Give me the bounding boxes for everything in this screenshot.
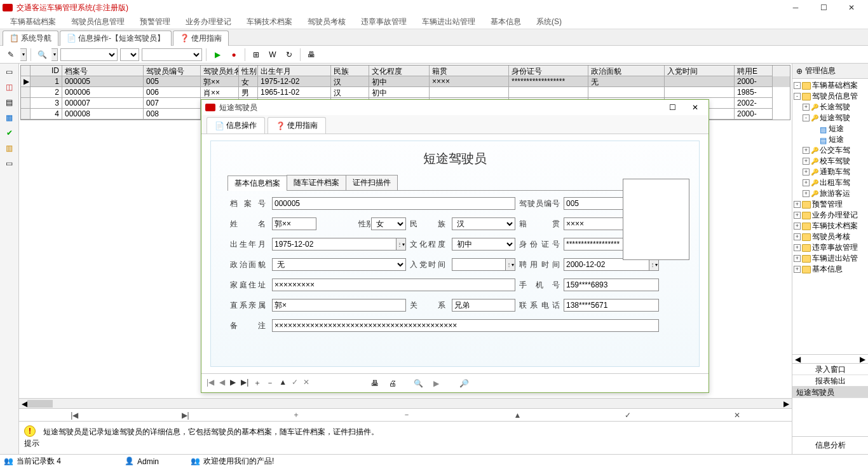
print-icon[interactable]: 🖶 bbox=[304, 48, 318, 62]
tab-system-nav[interactable]: 📋系统导航 bbox=[3, 31, 58, 46]
find-icon[interactable]: 🔎 bbox=[457, 376, 471, 390]
preview-icon[interactable]: 🔍 bbox=[411, 376, 425, 390]
rel-field[interactable] bbox=[452, 299, 515, 312]
dob-field[interactable] bbox=[272, 238, 396, 251]
horizontal-scrollbar[interactable]: ◀▶ bbox=[19, 398, 792, 408]
file-no-field[interactable] bbox=[272, 197, 515, 210]
nav-add[interactable]: ＋ bbox=[292, 410, 300, 420]
filter-field-1[interactable] bbox=[60, 48, 118, 61]
dialog-close-icon[interactable]: ✕ bbox=[686, 101, 705, 114]
nav-first[interactable]: |◀ bbox=[71, 411, 78, 420]
tree-node[interactable]: -🔑短途驾驶 bbox=[794, 113, 868, 123]
sidebar-btn-6[interactable]: ▥ bbox=[3, 142, 16, 154]
search-dropdown[interactable]: ▾ bbox=[51, 48, 58, 61]
menu-station[interactable]: 车辆进出站管理 bbox=[414, 15, 483, 29]
tree-node[interactable]: +🔑通勤车驾 bbox=[794, 167, 868, 177]
menu-system[interactable]: 系统(S) bbox=[529, 15, 569, 29]
dialog-tab-guide[interactable]: ❓使用指南 bbox=[268, 117, 326, 134]
pol-select[interactable]: 无 bbox=[272, 258, 406, 271]
tree-node[interactable]: +违章事故管理 bbox=[794, 242, 868, 253]
photo-box[interactable] bbox=[623, 179, 689, 260]
dialog-tab-info[interactable]: 📄信息操作 bbox=[207, 117, 265, 134]
menu-warning[interactable]: 预警管理 bbox=[132, 15, 178, 29]
menu-violation[interactable]: 违章事故管理 bbox=[353, 15, 414, 29]
tree-node[interactable]: +基本信息 bbox=[794, 264, 868, 275]
printer-setup-icon[interactable]: 🖨 bbox=[386, 376, 400, 390]
print-icon[interactable]: 🖶 bbox=[368, 376, 382, 390]
party-picker-icon[interactable]: ⋮▾ bbox=[505, 258, 515, 271]
rb-footer[interactable]: 信息分析 bbox=[792, 436, 868, 454]
rb-report[interactable]: 报表输出 bbox=[792, 375, 868, 387]
dnav-next[interactable]: ▶ bbox=[230, 378, 236, 389]
tree-node[interactable]: +业务办理登记 bbox=[794, 210, 868, 221]
dob-picker-icon[interactable]: ⋮▾ bbox=[396, 238, 406, 251]
remark-field[interactable] bbox=[272, 319, 659, 332]
sex-select[interactable]: 女 bbox=[371, 217, 406, 230]
search-icon[interactable]: 🔍 bbox=[35, 48, 49, 62]
dnav-del[interactable]: － bbox=[266, 378, 274, 389]
menu-tech-archives[interactable]: 车辆技术档案 bbox=[239, 15, 300, 29]
tree-node[interactable]: +车辆进出站管 bbox=[794, 253, 868, 264]
menu-business[interactable]: 业务办理登记 bbox=[178, 15, 239, 29]
dnav-first[interactable]: |◀ bbox=[207, 378, 214, 389]
sidebar-btn-5[interactable]: ✔ bbox=[3, 127, 16, 139]
dnav-edit[interactable]: ▲ bbox=[279, 378, 287, 389]
nav-edit[interactable]: ▲ bbox=[513, 411, 521, 420]
refresh-icon[interactable]: ↻ bbox=[282, 48, 296, 62]
mobile-field[interactable] bbox=[564, 279, 659, 291]
hire-field[interactable] bbox=[564, 258, 649, 271]
tree-node[interactable]: -驾驶员信息管 bbox=[794, 91, 868, 102]
table-row[interactable]: ▶1000005005郭××女1975-12-02汉初中××××********… bbox=[21, 76, 790, 87]
name-field[interactable] bbox=[272, 217, 316, 230]
record-icon[interactable]: ● bbox=[227, 48, 241, 62]
party-field[interactable] bbox=[452, 258, 505, 271]
table-row[interactable]: 2000006006肖××男1965-11-02汉初中1985- bbox=[21, 87, 790, 98]
filter-op[interactable] bbox=[120, 48, 139, 61]
menu-vehicle-archives[interactable]: 车辆基础档案 bbox=[3, 15, 64, 29]
word-icon[interactable]: W bbox=[266, 48, 280, 62]
dnav-add[interactable]: ＋ bbox=[254, 378, 261, 389]
tree-hscroll[interactable]: ◀▶ bbox=[792, 354, 868, 363]
tab-guide[interactable]: ❓使用指南 bbox=[173, 31, 229, 46]
sidebar-btn-3[interactable]: ▤ bbox=[3, 97, 16, 108]
tree-node[interactable]: +🔑出租车驾 bbox=[794, 177, 868, 188]
subtab-scan[interactable]: 证件扫描件 bbox=[346, 175, 398, 190]
nav-post[interactable]: ✓ bbox=[625, 411, 631, 420]
dnav-post[interactable]: ✓ bbox=[292, 378, 298, 389]
tree-node[interactable]: ▤短途 bbox=[794, 134, 868, 145]
sidebar-btn-1[interactable]: ▭ bbox=[3, 66, 16, 78]
nav-prevpage[interactable]: ▶| bbox=[182, 411, 189, 420]
menu-basic-info[interactable]: 基本信息 bbox=[483, 15, 529, 29]
tel-field[interactable] bbox=[564, 299, 659, 312]
sidebar-btn-4[interactable]: ▦ bbox=[3, 112, 16, 123]
nation-select[interactable]: 汉 bbox=[452, 217, 515, 230]
minimize-button[interactable]: ─ bbox=[782, 0, 810, 15]
nav-delete[interactable]: － bbox=[403, 410, 410, 420]
subtab-basic[interactable]: 基本信息档案 bbox=[227, 176, 287, 191]
nav-tree[interactable]: -车辆基础档案-驾驶员信息管+🔑长途驾驶-🔑短途驾驶▤短途▤短途+🔑公交车驾+🔑… bbox=[792, 79, 868, 354]
filter-value[interactable] bbox=[142, 48, 202, 61]
edu-select[interactable]: 初中 bbox=[452, 238, 515, 251]
menu-driver-info[interactable]: 驾驶员信息管理 bbox=[64, 15, 132, 29]
tree-node[interactable]: +🔑旅游客运 bbox=[794, 188, 868, 199]
rb-entry[interactable]: 录入窗口 bbox=[792, 364, 868, 375]
nav-cancel[interactable]: ✕ bbox=[734, 411, 740, 420]
tree-node[interactable]: +预警管理 bbox=[794, 199, 868, 210]
tree-node[interactable]: +🔑长途驾驶 bbox=[794, 102, 868, 113]
dnav-prev[interactable]: ◀ bbox=[219, 378, 225, 389]
tree-node[interactable]: ▤短途 bbox=[794, 123, 868, 134]
tab-info-op[interactable]: 📄信息操作-【短途驾驶员】 bbox=[60, 31, 172, 46]
subtab-cert[interactable]: 随车证件档案 bbox=[287, 175, 346, 190]
tree-node[interactable]: +驾驶员考核 bbox=[794, 231, 868, 242]
dnav-last[interactable]: ▶| bbox=[241, 378, 248, 389]
seek-icon[interactable]: ▶ bbox=[429, 376, 443, 390]
tree-node[interactable]: +车辆技术档案 bbox=[794, 221, 868, 231]
kin-field[interactable] bbox=[272, 299, 406, 312]
close-button[interactable]: ✕ bbox=[837, 0, 865, 15]
run-icon[interactable]: ▶ bbox=[210, 48, 224, 62]
dialog-titlebar[interactable]: 短途驾驶员 ☐ ✕ bbox=[201, 100, 709, 115]
sidebar-btn-7[interactable]: ▭ bbox=[3, 158, 16, 169]
dialog-maximize-icon[interactable]: ☐ bbox=[663, 101, 682, 114]
dnav-cancel[interactable]: ✕ bbox=[303, 378, 309, 389]
tree-node[interactable]: +🔑公交车驾 bbox=[794, 145, 868, 156]
